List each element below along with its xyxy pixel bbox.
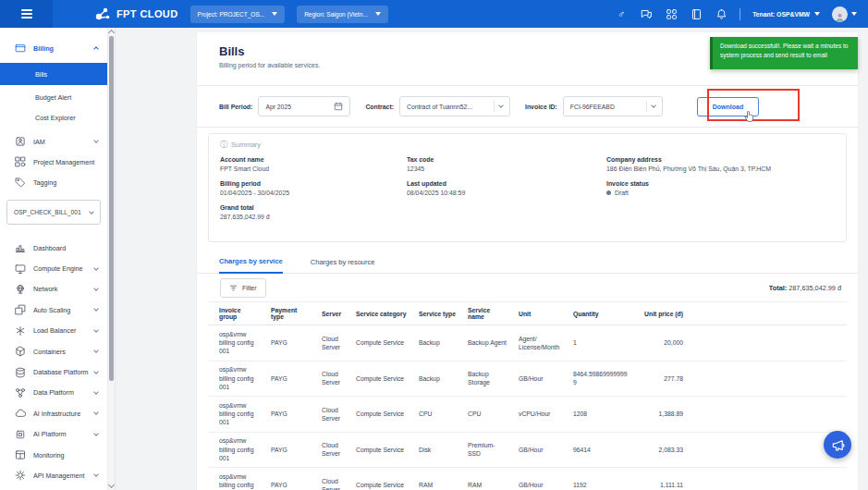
- info-icon: ⓘ: [220, 141, 227, 149]
- sidebar-item-label: IAM: [33, 138, 45, 146]
- network-icon: [15, 284, 26, 295]
- sidebar-item-label: Auto Scaling: [33, 306, 70, 314]
- sidebar-item-compute-engine[interactable]: Compute Engine: [0, 258, 107, 278]
- apps-grid-icon[interactable]: [665, 7, 678, 20]
- tab-charges-by-resource[interactable]: Charges by resource: [311, 258, 375, 273]
- hamburger-menu-button[interactable]: [0, 0, 53, 28]
- config-select[interactable]: OSP_CHECK_BILL_001: [6, 200, 101, 225]
- sidebar-item-monitoring[interactable]: Monitoring: [0, 445, 107, 465]
- chevron-down-icon: [814, 12, 820, 16]
- sidebar-item-tagging[interactable]: Tagging: [0, 172, 107, 192]
- scroll-up-arrow-icon[interactable]: [108, 30, 115, 36]
- sidebar-item-api-management[interactable]: API Management: [0, 465, 107, 485]
- scrollbar-thumb[interactable]: [109, 36, 114, 381]
- summary-grand-total: Grand total 287,635,042.99 đ: [220, 204, 407, 220]
- dataplatform-icon: [15, 387, 26, 398]
- chevron-down-icon: [851, 12, 857, 16]
- megaphone-icon: [831, 438, 845, 452]
- filter-button[interactable]: Filter: [220, 278, 266, 298]
- sidebar-item-load-balancer[interactable]: Load Balancer: [0, 321, 107, 341]
- field-value: 08/04/2025 10:48:59: [407, 190, 606, 196]
- feedback-fab[interactable]: [824, 431, 851, 459]
- sidebar-item-project-management[interactable]: Project Management: [0, 152, 107, 172]
- cell-filler: [689, 397, 847, 433]
- region-selector[interactable]: Region: Saigon (Vietn...: [297, 6, 388, 23]
- cell: RAM: [413, 468, 462, 490]
- chevron-down-icon: [93, 369, 99, 374]
- sidebar-item-auto-scaling[interactable]: Auto Scaling: [0, 300, 107, 320]
- chevron-down-icon: [93, 265, 99, 271]
- database-icon: [15, 367, 26, 378]
- cell: osp&vmw billing config 001: [208, 361, 265, 397]
- cell: Backup Agent: [462, 325, 513, 361]
- cell: 1192: [568, 468, 636, 490]
- column-header: Quantity: [568, 302, 636, 325]
- cell: osp&vmw billing config 001: [208, 397, 265, 433]
- sidebar-item-label: Load Balancer: [33, 326, 76, 335]
- cell: GB/Hour: [513, 361, 568, 397]
- invoice-id-select[interactable]: FCI-96FEEABD: [563, 96, 663, 116]
- ai-platform-icon: [15, 429, 26, 440]
- bill-period-input[interactable]: Apr 2025: [258, 96, 350, 116]
- avatar: [832, 6, 848, 22]
- cell-filler: [689, 468, 847, 490]
- cell: GB/Hour: [513, 432, 568, 468]
- sidebar-item-ai-infrastructure[interactable]: AI Infrastructure: [0, 403, 107, 423]
- brand-name: FPT CLOUD: [116, 8, 178, 19]
- field-value: 12345: [407, 165, 606, 172]
- tenant-selector[interactable]: Tenant: OSP&VMW: [752, 11, 820, 18]
- sidebar-item-label: Billing: [33, 44, 54, 53]
- sidebar-item-bills[interactable]: Bills: [0, 63, 107, 85]
- scroll-down-arrow-icon[interactable]: [108, 482, 115, 488]
- sidebar-item-iam[interactable]: IAM: [0, 131, 107, 152]
- cell: PAYG: [265, 361, 316, 397]
- sidebar-item-billing[interactable]: Billing: [0, 39, 107, 57]
- bill-filter-bar: Bill Period: Apr 2025 Contract: Contract…: [197, 86, 858, 127]
- sidebar-item-ai-platform[interactable]: AI Platform: [0, 424, 107, 445]
- sidebar-item-label: API Management: [33, 472, 85, 480]
- sidebar-item-label: Bills: [35, 70, 47, 79]
- column-header: Unit price (đ): [636, 302, 689, 325]
- field-label: Account name: [220, 156, 407, 163]
- cell: osp&vmw billing config 001: [208, 325, 265, 361]
- config-select-value: OSP_CHECK_BILL_001: [14, 209, 81, 215]
- sidebar-item-network[interactable]: Network: [0, 279, 107, 300]
- sidebar-item-containers[interactable]: Containers: [0, 341, 107, 361]
- sidebar-item-database-platform[interactable]: Database Platform: [0, 361, 107, 382]
- sidebar-item-label: Compute Engine: [33, 264, 83, 273]
- column-header: Service name: [462, 302, 513, 325]
- tag-icon: [15, 177, 26, 188]
- status-dot-icon: [606, 190, 611, 195]
- contract-select[interactable]: Contract of Tuannn52...: [399, 96, 510, 116]
- cell: 1: [568, 325, 636, 361]
- column-header: Invoice group: [208, 302, 265, 325]
- sidebar-item-budget-alert[interactable]: Budget Alert: [0, 87, 107, 107]
- download-button[interactable]: Download: [697, 97, 759, 116]
- chat-icon[interactable]: [640, 7, 653, 20]
- sidebar-item-partial[interactable]: [0, 486, 107, 490]
- tenant-label: Tenant: OSP&VMW: [752, 11, 810, 18]
- chevron-down-icon: [93, 410, 99, 415]
- sidebar-item-label: Tagging: [33, 178, 56, 187]
- sidebar-item-data-platform[interactable]: Data Platform: [0, 383, 107, 403]
- cell: Cloud Server: [316, 361, 350, 397]
- project-selector[interactable]: Project: PROJECT_OS...: [190, 6, 286, 23]
- sidebar-item-cost-explorer[interactable]: Cost Explorer: [0, 107, 107, 128]
- calendar-icon[interactable]: [334, 102, 343, 112]
- toast-notification: Download successfull!. Please wait a min…: [710, 37, 858, 69]
- main-content: Bills Billing period for available servi…: [116, 28, 868, 490]
- cell: CPU: [413, 397, 462, 433]
- sidebar-item-dashboard[interactable]: Dashboard: [0, 238, 107, 258]
- separator: [740, 8, 740, 20]
- docs-icon[interactable]: [690, 7, 703, 20]
- project-selector-label: Project: PROJECT_OS...: [198, 11, 265, 18]
- bell-icon[interactable]: [715, 7, 727, 20]
- tab-charges-by-service[interactable]: Charges by service: [219, 257, 283, 274]
- launch-icon[interactable]: ♂: [615, 7, 628, 20]
- cell-filler: [689, 432, 847, 468]
- total-line: Total: 287,635,042.99 đ: [769, 284, 841, 292]
- chevron-down-icon: [498, 103, 504, 108]
- sidebar-scrollbar[interactable]: [107, 28, 115, 490]
- user-menu[interactable]: [832, 6, 857, 22]
- cell: Cloud Server: [316, 325, 350, 361]
